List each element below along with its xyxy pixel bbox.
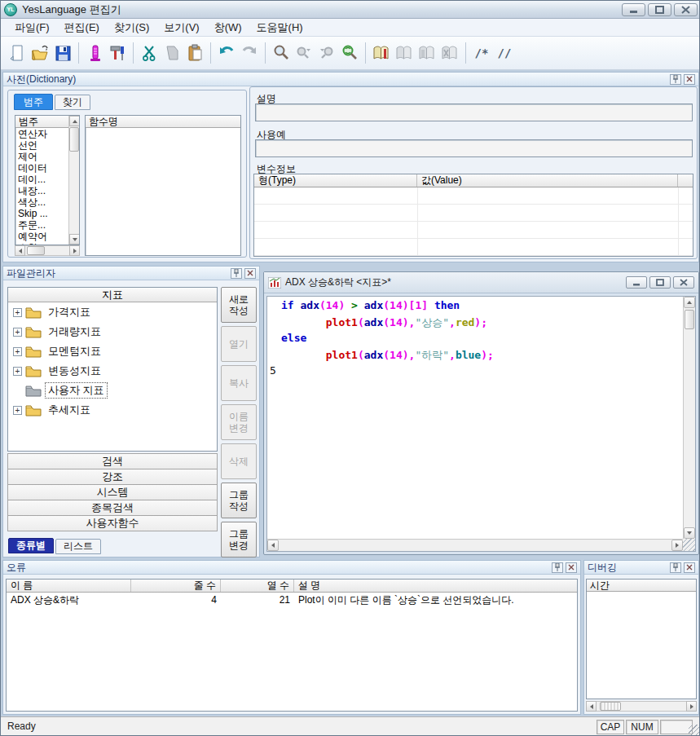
function-column-header[interactable]: 함수명 xyxy=(86,116,240,128)
function-listbox[interactable]: 함수명 xyxy=(85,115,241,256)
close-button[interactable] xyxy=(674,3,698,16)
action-button[interactable]: 그룹 작성 xyxy=(221,483,257,518)
tree-item[interactable]: +모멘텀지표 xyxy=(8,342,217,361)
pin-icon[interactable] xyxy=(670,562,681,573)
indicator-tree[interactable]: 지표 +가격지표+거래량지표+모멘텀지표+변동성지표사용자 지표+추세지표 xyxy=(7,287,218,452)
title-bar[interactable]: YL YesLanguage 편집기 xyxy=(1,1,700,19)
redo-button[interactable] xyxy=(238,42,261,64)
close-icon[interactable] xyxy=(684,74,695,85)
scroll-up-button[interactable] xyxy=(684,297,695,308)
editor-minimize-button[interactable] xyxy=(626,276,647,289)
category-item[interactable]: 데이터 xyxy=(15,162,68,174)
find-prev-button[interactable] xyxy=(315,42,338,64)
menu-item[interactable]: 찾기(S) xyxy=(107,19,156,37)
tab-list[interactable]: 리스트 xyxy=(55,539,101,554)
expand-icon[interactable]: + xyxy=(13,367,22,376)
editor-title-bar[interactable]: ADX 상승&하락 <지표>* xyxy=(264,272,698,293)
scrollbar-thumb[interactable] xyxy=(27,246,45,255)
window-resize-grip[interactable] xyxy=(689,725,700,736)
value-column-header[interactable]: 값(Value) xyxy=(417,174,678,187)
error-row[interactable]: ADX 상승&하락421Plot이 이미 다른 이름 `상승`으로 선언되었습니… xyxy=(7,593,577,607)
expand-icon[interactable]: + xyxy=(13,328,22,337)
paste-button[interactable] xyxy=(183,42,206,64)
new-file-button[interactable] xyxy=(6,42,29,64)
maximize-button[interactable] xyxy=(648,3,671,16)
book-3-button[interactable] xyxy=(416,42,438,64)
category-item[interactable]: 데이... xyxy=(15,174,68,185)
book-2-button[interactable] xyxy=(393,42,416,64)
block-comment-button[interactable]: /* xyxy=(470,42,493,64)
tree-item[interactable]: +추세지표 xyxy=(8,400,217,420)
filter-button[interactable]: 종목검색 xyxy=(7,500,218,516)
error-col-name[interactable]: 이 름 xyxy=(7,580,131,592)
scroll-left-button[interactable] xyxy=(15,245,25,256)
scrollbar-thumb[interactable] xyxy=(685,310,694,329)
close-icon[interactable] xyxy=(566,562,577,573)
category-scrollbar[interactable] xyxy=(68,116,79,245)
cut-button[interactable] xyxy=(138,42,161,64)
filter-button[interactable]: 시스템 xyxy=(7,484,218,500)
menu-item[interactable]: 도움말(H) xyxy=(249,19,310,37)
pin-icon[interactable] xyxy=(670,74,681,85)
menu-item[interactable]: 편집(E) xyxy=(57,19,107,37)
close-icon[interactable] xyxy=(684,562,695,573)
dictionary-button[interactable] xyxy=(370,42,393,64)
book-4-button[interactable] xyxy=(438,42,461,64)
scrollbar-thumb[interactable] xyxy=(69,127,79,152)
build-tools-button[interactable] xyxy=(106,42,129,64)
copy-button[interactable] xyxy=(161,42,183,64)
scrollbar-thumb[interactable] xyxy=(600,702,621,711)
category-listbox[interactable]: 범주 연산자선언제어데이터데이...내장...색상...Skip ...주문..… xyxy=(15,115,80,245)
tab-category[interactable]: 범주 xyxy=(14,94,53,110)
scroll-up-button[interactable] xyxy=(69,116,80,126)
category-item[interactable]: 색상... xyxy=(15,196,68,208)
category-column-header[interactable]: 범주 xyxy=(15,116,68,128)
resize-grip[interactable] xyxy=(683,539,695,551)
editor-restore-button[interactable] xyxy=(649,276,671,289)
scroll-down-button[interactable] xyxy=(684,527,695,539)
category-item[interactable]: Skip ... xyxy=(15,208,68,219)
find-button[interactable] xyxy=(270,42,293,64)
category-item[interactable]: 제어 xyxy=(15,151,68,162)
expand-icon[interactable]: + xyxy=(13,406,22,415)
replace-button[interactable] xyxy=(338,42,361,64)
editor-hscrollbar[interactable] xyxy=(267,539,683,551)
time-column-header[interactable]: 시간 xyxy=(587,580,696,592)
code-area[interactable]: if adx(14) > adx(14)[1] then plot1(adx(1… xyxy=(267,297,683,539)
editor-vscrollbar[interactable] xyxy=(683,297,695,539)
debug-hscrollbar[interactable] xyxy=(586,701,697,712)
filter-button[interactable]: 검색 xyxy=(7,453,218,469)
scroll-right-button[interactable] xyxy=(69,245,80,256)
scroll-right-button[interactable] xyxy=(671,540,683,551)
error-col-line[interactable]: 줄 수 xyxy=(131,580,221,592)
action-button[interactable]: 새로 작성 xyxy=(221,287,257,323)
find-next-button[interactable] xyxy=(293,42,315,64)
tree-item[interactable]: +거래량지표 xyxy=(8,322,217,342)
category-item[interactable]: 예약어 xyxy=(15,231,68,242)
close-icon[interactable] xyxy=(244,268,256,279)
scroll-right-button[interactable] xyxy=(686,701,697,712)
tab-find[interactable]: 찾기 xyxy=(55,95,90,110)
category-item[interactable]: 선언 xyxy=(15,139,68,151)
tree-item[interactable]: +변동성지표 xyxy=(8,361,217,381)
pin-icon[interactable] xyxy=(552,562,563,573)
tab-by-type[interactable]: 종류별 xyxy=(8,538,54,553)
undo-button[interactable] xyxy=(215,42,238,64)
category-item[interactable]: 주문... xyxy=(15,219,68,231)
menu-item[interactable]: 창(W) xyxy=(207,19,249,37)
tree-item[interactable]: +가격지표 xyxy=(8,302,217,322)
tree-header[interactable]: 지표 xyxy=(8,288,217,302)
action-button[interactable]: 그룹 변경 xyxy=(221,522,257,558)
expand-icon[interactable]: + xyxy=(13,308,22,317)
menu-item[interactable]: 보기(V) xyxy=(156,19,206,37)
tree-item[interactable]: 사용자 지표 xyxy=(8,381,217,400)
error-col-desc[interactable]: 설 명 xyxy=(294,580,577,592)
pin-icon[interactable] xyxy=(231,268,242,279)
category-item[interactable]: 내장... xyxy=(15,185,68,196)
menu-item[interactable]: 파일(F) xyxy=(7,19,57,37)
type-column-header[interactable]: 형(Type) xyxy=(254,174,417,187)
save-button[interactable] xyxy=(51,42,74,64)
category-item[interactable]: 연산자 xyxy=(15,128,68,139)
line-comment-button[interactable]: // xyxy=(493,42,516,64)
error-col-column[interactable]: 열 수 xyxy=(221,580,294,592)
